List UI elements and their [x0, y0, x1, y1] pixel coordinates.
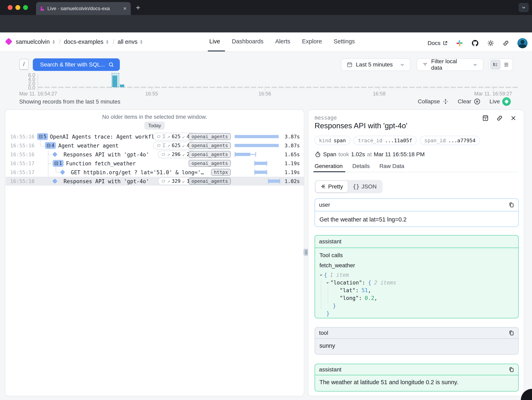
breadcrumb-org[interactable]: samuelcolvin [16, 39, 56, 45]
role-label: tool [319, 330, 328, 336]
close-window-button[interactable] [8, 5, 13, 10]
filter-local-data-dropdown[interactable]: Filter local data [417, 58, 483, 71]
github-icon[interactable] [471, 39, 479, 47]
tokens-coin-icon [157, 134, 161, 139]
tab-search-button[interactable] [519, 3, 529, 12]
span-id-pill[interactable]: span_id...a77954 [420, 136, 480, 145]
breadcrumb-project[interactable]: docs-examples [64, 39, 109, 45]
duration-bar [235, 134, 279, 139]
tab-close-icon[interactable] [123, 6, 127, 11]
span-diamond-icon [60, 170, 65, 175]
copy-icon[interactable] [508, 330, 514, 336]
trace-row[interactable]: 16:55:17 GET httpbin.org/get ? lat='51.0… [6, 168, 304, 177]
clear-button[interactable]: Clear [458, 98, 481, 105]
showing-records-label: Showing records from the last 5 minutes [19, 98, 120, 105]
user-avatar[interactable] [517, 38, 527, 48]
collapse-chevron-icon[interactable] [326, 281, 329, 284]
tab-raw-data[interactable]: Raw Data [379, 163, 404, 169]
scope-tag[interactable]: openai_agents [189, 151, 231, 158]
save-view-icon[interactable] [482, 115, 489, 122]
tab-alerts[interactable]: Alerts [275, 38, 290, 45]
list-controls: Collapse Clear Live [418, 97, 511, 106]
share-link-icon[interactable] [502, 40, 509, 47]
trace-row[interactable]: 16:55:17 1 Function fetch_weather openai… [6, 159, 304, 168]
minimize-window-button[interactable] [15, 5, 20, 10]
span-detail-panel: message Responses API with 'gpt-4o' kind… [308, 110, 524, 396]
x-axis-end-label: Mar 11. 16:59:27 [463, 91, 524, 97]
scope-tag[interactable]: httpx [211, 169, 231, 176]
trace-row-selected[interactable]: 16:55:18 Responses API with 'gpt-4o' ↗32… [6, 177, 304, 186]
trace-id-pill[interactable]: trace_id...11a05f [354, 136, 417, 145]
updown-chevrons-icon [105, 40, 109, 44]
tab-settings[interactable]: Settings [334, 38, 355, 45]
docs-link[interactable]: Docs [428, 40, 448, 46]
collapse-count-badge[interactable]: 4 [45, 142, 56, 149]
close-panel-icon[interactable] [510, 115, 516, 121]
json-view-button[interactable]: {} JSON [348, 181, 381, 192]
tab-live[interactable]: Live [209, 38, 220, 45]
header-actions: Docs [428, 38, 527, 48]
copy-icon[interactable] [508, 367, 514, 372]
search-input[interactable]: Search & filter with SQL... [33, 58, 120, 71]
span-name: Agent weather agent [58, 143, 118, 149]
tab-details[interactable]: Details [352, 163, 370, 169]
message-card-assistant: assistant Tool calls fetch_weather { 1 i… [315, 235, 519, 318]
copy-link-icon[interactable] [496, 115, 503, 122]
new-tab-button[interactable] [135, 5, 141, 11]
today-chip[interactable]: Today [144, 122, 165, 130]
today-chip-wrap: Today [5, 122, 304, 130]
span-duration: 1.19s [279, 169, 300, 175]
chart-tick [265, 88, 265, 91]
slack-icon[interactable] [456, 39, 463, 47]
tab-explore[interactable]: Explore [302, 38, 322, 45]
tree-view-button[interactable] [490, 60, 501, 70]
span-duration: 3.87s [279, 134, 300, 140]
logfire-favicon [40, 6, 44, 11]
breadcrumb-env[interactable]: all envs [118, 39, 144, 45]
scope-tag[interactable]: openai_agents [189, 178, 231, 185]
tokens-coin-icon [161, 152, 166, 157]
collapse-count-badge[interactable]: 5 [37, 133, 48, 140]
trace-list-panel: No older items in the selected time wind… [5, 110, 304, 396]
updown-chevrons-icon [139, 40, 144, 44]
copy-icon[interactable] [508, 202, 514, 208]
scope-tag[interactable]: openai_agents [189, 160, 231, 167]
live-toggle[interactable]: Live [489, 97, 511, 106]
trace-row[interactable]: 16:55:16 5 OpenAI Agents trace: Agent wo… [6, 132, 304, 141]
browser-tab[interactable]: Live · samuelcolvin/docs-exa [36, 2, 131, 15]
scope-tag[interactable]: openai_agents [189, 133, 231, 140]
span-duration: 3.87s [279, 143, 300, 148]
json-tree: { 1 item "location": { 2 items "lat": 51… [319, 271, 514, 317]
chart-plot-area[interactable] [38, 75, 519, 87]
kind-pill: kindspan [315, 136, 350, 145]
tab-generation[interactable]: Generation [315, 163, 343, 169]
pretty-json-toggle: Pretty {} JSON [315, 180, 383, 193]
span-name: Responses API with 'gpt-4o' [63, 178, 149, 184]
trace-row[interactable]: 16:55:16 4 Agent weather agent Σ ↗625 ↙4… [6, 141, 304, 150]
filter-icon [422, 62, 428, 67]
collapse-button[interactable]: Collapse [418, 98, 449, 105]
box-minus-icon [47, 143, 51, 148]
theme-sun-icon[interactable] [487, 39, 494, 47]
row-timestamp: 16:55:18 [10, 178, 34, 184]
tokens-coin-icon [161, 179, 166, 183]
message-card-user: user Get the weather at lat=51 lng=0.2 [315, 198, 519, 227]
collapse-chevron-icon[interactable] [319, 273, 323, 277]
chart-bar[interactable] [120, 84, 124, 87]
message-body: sunny [315, 339, 518, 354]
maximize-window-button[interactable] [23, 5, 28, 10]
duration-bar [268, 179, 280, 184]
trace-row[interactable]: 16:55:16 Responses API with 'gpt-4o' ↗29… [6, 150, 304, 159]
span-diamond-icon [52, 152, 57, 157]
scope-tag[interactable]: openai_agents [189, 142, 231, 149]
chevron-down-icon [473, 62, 478, 67]
external-link-icon [443, 40, 448, 46]
tool-calls-label: Tool calls [319, 252, 514, 258]
pretty-view-button[interactable]: Pretty [316, 181, 348, 192]
collapse-count-badge[interactable]: 1 [53, 160, 63, 167]
role-label: user [319, 202, 330, 208]
row-timestamp: 16:55:16 [10, 134, 34, 140]
time-range-dropdown[interactable]: Last 5 minutes [341, 58, 411, 71]
tab-dashboards[interactable]: Dashboards [232, 38, 263, 45]
list-view-button[interactable] [501, 60, 512, 70]
